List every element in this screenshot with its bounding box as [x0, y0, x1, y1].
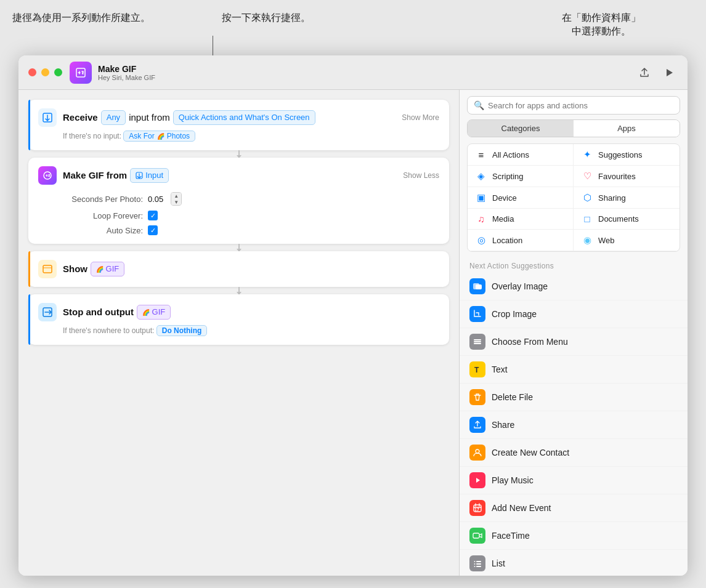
annotation-right: 在「動作資料庫」中選擇動作。: [509, 6, 694, 39]
show-gif-token[interactable]: 🌈 GIF: [91, 262, 124, 276]
choose-menu-icon: [469, 334, 485, 350]
annotation-left: 捷徑為使用一系列動作所建立。: [12, 6, 222, 25]
overlay-image-icon: [469, 278, 485, 294]
category-media[interactable]: ♫ Media: [468, 209, 574, 230]
svg-rect-21: [476, 566, 481, 567]
text-label: Text: [492, 364, 508, 374]
stepper-up[interactable]: ▲: [171, 193, 181, 199]
category-sharing[interactable]: ⬡ Sharing: [574, 187, 680, 209]
makegif-input-token[interactable]: Input: [130, 168, 169, 183]
makegif-icon: [38, 166, 57, 185]
action-crop-image[interactable]: Crop Image: [460, 300, 688, 328]
categories-grid: ≡ All Actions ✦ Suggestions ◈ Scripting …: [467, 143, 680, 252]
show-more-button[interactable]: Show More: [402, 113, 439, 122]
do-nothing-button[interactable]: Do Nothing: [156, 325, 208, 336]
seconds-stepper[interactable]: ▲ ▼: [171, 192, 182, 206]
svg-point-20: [474, 566, 476, 567]
action-overlay-image[interactable]: Overlay Image: [460, 273, 688, 300]
category-web[interactable]: ◉ Web: [574, 230, 680, 251]
receive-source-token[interactable]: Quick Actions and What's On Screen: [173, 110, 315, 125]
media-label: Media: [492, 214, 514, 224]
maximize-button[interactable]: [54, 68, 62, 76]
action-text[interactable]: T Text: [460, 356, 688, 384]
receive-middle-text: input from: [129, 111, 170, 125]
minimize-button[interactable]: [41, 68, 49, 76]
all-actions-label: All Actions: [492, 150, 529, 159]
web-icon: ◉: [581, 235, 593, 246]
svg-rect-0: [76, 68, 85, 77]
ask-for-token[interactable]: Ask For 🌈 Photos: [123, 131, 195, 142]
svg-rect-8: [474, 339, 481, 340]
receive-label: Receive: [63, 111, 98, 125]
svg-text:17: 17: [474, 507, 479, 512]
show-less-button[interactable]: Show Less: [403, 171, 439, 180]
web-label: Web: [598, 236, 615, 245]
suggestions-header: Next Action Suggestions: [460, 258, 688, 273]
tab-categories[interactable]: Categories: [468, 120, 574, 137]
stop-gif-token[interactable]: 🌈 GIF: [137, 305, 171, 320]
facetime-label: FaceTime: [492, 531, 530, 541]
location-icon: ◎: [475, 235, 487, 246]
close-button[interactable]: [28, 68, 36, 76]
category-location[interactable]: ◎ Location: [468, 230, 574, 251]
category-scripting[interactable]: ◈ Scripting: [468, 166, 574, 187]
category-documents[interactable]: □ Documents: [574, 209, 680, 230]
tab-apps[interactable]: Apps: [574, 120, 680, 137]
action-list[interactable]: List: [460, 550, 688, 576]
content-area: Receive Any input from Quick Actions and…: [18, 90, 688, 576]
add-event-label: Add New Event: [492, 503, 551, 513]
delete-file-label: Delete File: [492, 392, 533, 402]
svg-rect-4: [43, 265, 52, 273]
text-icon: T: [469, 361, 485, 377]
traffic-lights: [28, 68, 62, 76]
action-facetime[interactable]: FaceTime: [460, 522, 688, 550]
svg-rect-7: [476, 284, 482, 289]
stepper-down[interactable]: ▼: [171, 199, 181, 205]
connector-2: [238, 244, 240, 251]
svg-point-18: [474, 563, 476, 565]
run-button[interactable]: [660, 64, 678, 81]
device-icon: ▣: [475, 192, 487, 203]
location-label: Location: [492, 236, 522, 245]
loop-checkbox[interactable]: ✓: [148, 211, 158, 220]
search-input[interactable]: [488, 101, 673, 110]
show-content: Show 🌈 GIF: [63, 262, 439, 276]
category-all-actions[interactable]: ≡ All Actions: [468, 144, 574, 166]
svg-rect-15: [473, 533, 479, 538]
category-suggestions[interactable]: ✦ Suggestions: [574, 144, 680, 166]
step-stop: Stop and output 🌈 GIF If there's nowhere…: [28, 294, 449, 345]
choose-menu-label: Choose From Menu: [492, 337, 568, 347]
svg-rect-19: [476, 563, 481, 565]
share-button[interactable]: [636, 64, 653, 81]
category-device[interactable]: ▣ Device: [468, 187, 574, 209]
step-makegif: Make GIF from Input Show Less Seconds Pe…: [28, 158, 449, 244]
workflow-panel: Receive Any input from Quick Actions and…: [18, 90, 459, 576]
action-delete-file[interactable]: Delete File: [460, 384, 688, 411]
action-play-music[interactable]: Play Music: [460, 467, 688, 494]
list-icon: [469, 555, 485, 571]
delete-file-icon: [469, 389, 485, 405]
show-icon: [38, 260, 57, 278]
create-contact-label: Create New Contact: [492, 448, 569, 457]
receive-subtext: If there's no input: Ask For 🌈 Photos: [63, 131, 439, 142]
suggestions-icon: ✦: [581, 149, 593, 160]
connector-1: [238, 150, 240, 158]
action-create-contact[interactable]: Create New Contact: [460, 439, 688, 467]
receive-any-token[interactable]: Any: [101, 110, 126, 125]
makegif-details: Seconds Per Photo: 0.05 ▲ ▼ Loop Forever…: [63, 192, 439, 235]
autosize-checkbox[interactable]: ✓: [148, 225, 158, 235]
step-show: Show 🌈 GIF: [28, 251, 449, 287]
overlay-image-label: Overlay Image: [492, 281, 548, 291]
svg-rect-9: [474, 341, 481, 342]
titlebar: Make GIF Hey Siri, Make GIF: [18, 55, 688, 90]
action-choose-menu[interactable]: Choose From Menu: [460, 328, 688, 356]
autosize-label: Auto Size:: [63, 226, 143, 235]
action-share[interactable]: Share: [460, 411, 688, 439]
makegif-content: Make GIF from Input: [63, 168, 397, 183]
suggestions-label: Suggestions: [598, 150, 643, 159]
category-favourites[interactable]: ♡ Favourites: [574, 166, 680, 187]
play-music-icon: [469, 472, 485, 488]
window-title: Make GIF: [98, 64, 155, 74]
search-icon: 🔍: [474, 100, 484, 110]
action-add-event[interactable]: 17 Add New Event: [460, 494, 688, 522]
